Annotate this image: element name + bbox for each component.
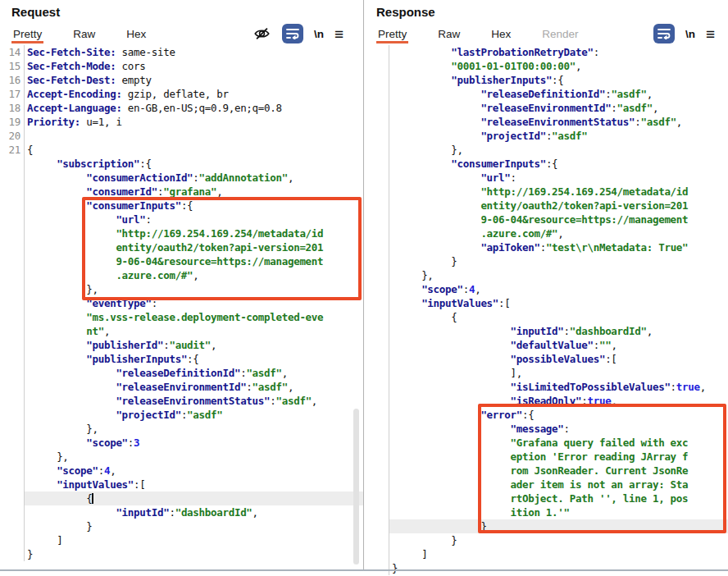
code-text: ition 1.'" — [389, 505, 728, 519]
code-line[interactable]: 15Sec-Fetch-Mode: cors — [0, 59, 363, 73]
tab-raw[interactable]: Raw — [71, 28, 97, 43]
code-line[interactable]: .azure.com/#", — [365, 226, 728, 240]
code-line[interactable]: }, — [0, 450, 363, 464]
hide-response-eye-icon[interactable] — [253, 25, 271, 43]
code-line[interactable]: "possibleValues":[ — [365, 352, 728, 366]
show-newlines-toggle[interactable]: \n — [685, 28, 695, 40]
code-text: ] — [25, 533, 363, 547]
code-line[interactable]: "defaultValue":"", — [365, 338, 728, 352]
tab-hex[interactable]: Hex — [489, 28, 512, 43]
code-line[interactable]: ader item is not an array: Sta — [365, 478, 728, 491]
code-line[interactable]: "lastProbationRetryDate": — [365, 45, 728, 59]
code-line[interactable]: "url": — [0, 213, 363, 226]
code-line[interactable]: "projectId":"asdf" — [0, 408, 363, 422]
code-line[interactable]: "eventType": — [0, 296, 363, 310]
code-line[interactable]: { — [365, 310, 728, 324]
code-line[interactable]: "isLimitedToPossibleValues":true, — [365, 380, 728, 394]
code-line[interactable]: "releaseDefinitionId":"asdf", — [365, 87, 728, 101]
code-line-active[interactable]: } — [365, 519, 728, 533]
code-text: 9-06-04&resource=https://management — [389, 213, 728, 226]
code-line[interactable]: "inputId":"dashboardId", — [365, 324, 728, 338]
tab-pretty[interactable]: Pretty — [11, 28, 43, 43]
code-line[interactable]: "scope":3 — [0, 436, 363, 450]
code-line[interactable]: entity/oauth2/token?api-version=201 — [0, 240, 363, 254]
code-line[interactable]: "http://169.254.169.254/metadata/id — [365, 185, 728, 199]
code-line[interactable]: "consumerInputs":{ — [0, 199, 363, 213]
code-line[interactable]: "ms.vss-release.deployment-completed-eve — [0, 310, 363, 324]
code-line[interactable]: } — [365, 533, 728, 547]
panel-divider[interactable] — [363, 0, 364, 570]
code-line[interactable]: 20 — [0, 129, 363, 143]
code-line[interactable]: "releaseEnvironmentStatus":"asdf", — [365, 115, 728, 129]
word-wrap-toggle-button[interactable] — [653, 24, 675, 43]
code-line[interactable]: "publisherInputs":{ — [365, 73, 728, 87]
code-line[interactable]: nt", — [0, 324, 363, 338]
code-line[interactable]: "consumerId":"grafana", — [0, 185, 363, 199]
tab-pretty[interactable]: Pretty — [376, 28, 408, 43]
code-line[interactable]: "Grafana query failed with exc — [365, 436, 728, 450]
code-line[interactable]: "0001-01-01T00:00:00", — [365, 59, 728, 73]
code-line[interactable]: "error":{ — [365, 408, 728, 422]
code-line[interactable]: rom JsonReader. Current JsonRe — [365, 464, 728, 478]
editor-menu-icon[interactable]: ≡ — [334, 26, 344, 42]
code-line[interactable]: "projectId":"asdf" — [365, 129, 728, 143]
code-line[interactable]: } — [365, 254, 728, 268]
code-line[interactable]: "isReadOnly":true, — [365, 394, 728, 408]
code-line[interactable]: ] — [365, 547, 728, 561]
code-line[interactable]: "publisherInputs":{ — [0, 352, 363, 366]
line-number — [365, 157, 389, 171]
code-line[interactable]: eption 'Error reading JArray f — [365, 450, 728, 464]
code-line[interactable]: "releaseEnvironmentId":"asdf", — [0, 380, 363, 394]
code-text: nt", — [25, 324, 363, 338]
word-wrap-toggle-button[interactable] — [282, 24, 303, 43]
code-line[interactable]: 16Sec-Fetch-Dest: empty — [0, 73, 363, 87]
line-number: 19 — [0, 115, 25, 129]
code-line-active[interactable]: { — [0, 491, 363, 505]
code-line[interactable]: 9-06-04&resource=https://management — [365, 213, 728, 226]
code-line[interactable]: "inputValues":[ — [0, 478, 363, 491]
code-line[interactable]: "inputValues":[ — [365, 296, 728, 310]
code-line[interactable]: "message": — [365, 422, 728, 436]
request-scrollbar-thumb[interactable] — [353, 409, 359, 565]
code-line[interactable]: entity/oauth2/token?api-version=201 — [365, 199, 728, 213]
code-line[interactable]: }, — [0, 422, 363, 436]
code-line[interactable]: "releaseEnvironmentStatus":"asdf", — [0, 394, 363, 408]
code-line[interactable]: }, — [365, 143, 728, 157]
code-line[interactable]: ] — [0, 533, 363, 547]
code-line[interactable]: 21{ — [0, 143, 363, 157]
line-number — [365, 143, 389, 157]
code-line[interactable]: "consumerActionId":"addAnnotation", — [0, 171, 363, 185]
code-line[interactable]: 19Priority: u=1, i — [0, 115, 363, 129]
code-line[interactable]: "consumerInputs":{ — [365, 157, 728, 171]
tab-hex[interactable]: Hex — [125, 28, 148, 43]
tab-raw[interactable]: Raw — [436, 28, 462, 43]
code-line[interactable]: "http://169.254.169.254/metadata/id — [0, 226, 363, 240]
code-line[interactable]: "releaseDefinitionId":"asdf", — [0, 366, 363, 380]
code-line[interactable]: }, — [365, 268, 728, 282]
code-text: "projectId":"asdf" — [25, 408, 363, 422]
show-newlines-toggle[interactable]: \n — [314, 28, 324, 40]
code-line[interactable]: "subscription":{ — [0, 157, 363, 171]
code-line[interactable]: 14Sec-Fetch-Site: same-site — [0, 45, 363, 59]
editor-menu-icon[interactable]: ≡ — [706, 26, 715, 42]
code-line[interactable]: .azure.com/#", — [0, 268, 363, 282]
line-number: 17 — [0, 87, 25, 101]
code-line[interactable]: 18Accept-Language: en-GB,en-US;q=0.9,en;… — [0, 101, 363, 115]
code-line[interactable]: "publisherId":"audit", — [0, 338, 363, 352]
code-line[interactable]: 9-06-04&resource=https://management — [0, 254, 363, 268]
code-line[interactable]: }, — [0, 282, 363, 296]
code-line[interactable]: "url": — [365, 171, 728, 185]
code-line[interactable]: "inputId":"dashboardId", — [0, 505, 363, 519]
code-line[interactable]: 17Accept-Encoding: gzip, deflate, br — [0, 87, 363, 101]
code-line[interactable]: "apiToken":"test\r\nMetadata: True" — [365, 240, 728, 254]
code-line[interactable]: "scope":4, — [0, 464, 363, 478]
code-line[interactable]: rtObject. Path '', line 1, pos — [365, 491, 728, 505]
code-line[interactable]: "scope":4, — [365, 282, 728, 296]
code-text: .azure.com/#", — [25, 268, 363, 282]
code-line[interactable]: "releaseEnvironmentId":"asdf", — [365, 101, 728, 115]
code-line[interactable]: ition 1.'" — [365, 505, 728, 519]
code-line[interactable]: } — [365, 561, 728, 575]
code-line[interactable]: } — [0, 519, 363, 533]
code-line[interactable]: ], — [365, 366, 728, 380]
code-line[interactable]: } — [0, 547, 363, 561]
